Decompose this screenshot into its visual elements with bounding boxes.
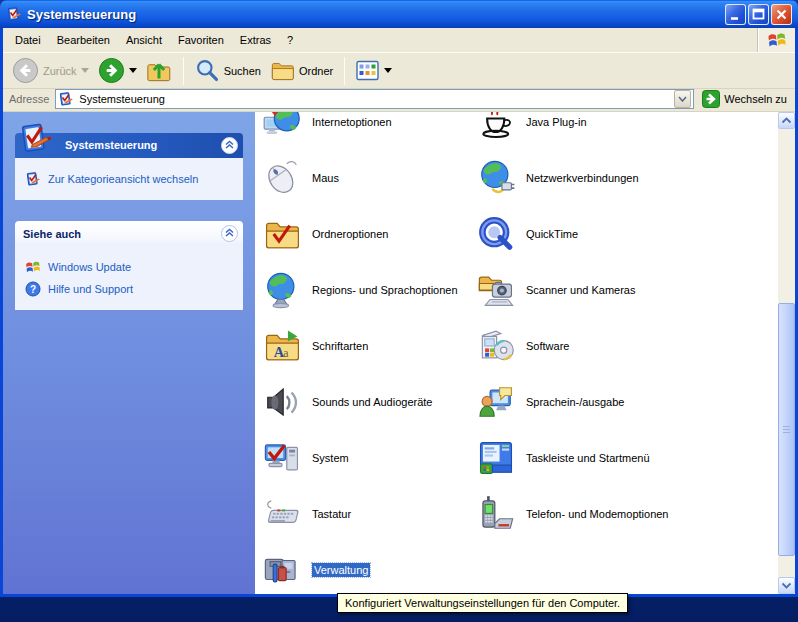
chevron-up-icon[interactable] [221,225,238,242]
scrollbar-track[interactable] [778,129,795,577]
back-button[interactable]: Zurück [9,55,92,86]
scroll-down-button[interactable] [778,577,795,594]
control-panel-item[interactable]: Scanner und Kameras [477,262,777,318]
explorer-window: Systemsteuerung Datei Bearbeiten Ansicht… [0,0,798,597]
control-panel-item[interactable]: AaSchriftarten [263,318,475,374]
address-label: Adresse [9,93,49,105]
vertical-scrollbar[interactable] [778,112,795,594]
item-label[interactable]: Telefon- und Modemoptionen [526,508,668,520]
control-panel-item[interactable]: Software [477,318,777,374]
item-label[interactable]: Netzwerkverbindungen [526,172,639,184]
up-folder-icon [146,58,172,84]
control-panel-item[interactable]: QuickTime [477,206,777,262]
svg-text:a: a [283,346,289,360]
speech-icon[interactable] [477,383,515,421]
item-label[interactable]: Software [526,340,569,352]
titlebar[interactable]: Systemsteuerung [0,0,798,28]
menu-bearbeiten[interactable]: Bearbeiten [49,31,118,49]
control-panel-item[interactable]: Netzwerkverbindungen [477,150,777,206]
item-label[interactable]: QuickTime [526,228,578,240]
menu-hilfe[interactable]: ? [279,31,301,49]
mouse-icon[interactable] [263,159,301,197]
control-panel-item[interactable]: Sounds und Audiogeräte [263,374,475,430]
task-link[interactable]: ?Hilfe und Support [25,278,237,300]
item-label[interactable]: Java Plug-in [526,116,587,128]
phone-icon[interactable] [477,495,515,533]
item-label[interactable]: Sprachein-/ausgabe [526,396,624,408]
item-label[interactable]: Internetoptionen [312,116,392,128]
system-icon[interactable] [263,439,301,477]
task-link-label[interactable]: Zur Kategorieansicht wechseln [48,173,198,185]
item-label[interactable]: Tastatur [312,508,351,520]
regional-icon[interactable] [263,271,301,309]
control-panel-item[interactable]: Regions- und Sprachoptionen [263,262,475,318]
address-dropdown-button[interactable] [674,90,691,108]
item-label[interactable]: Regions- und Sprachoptionen [312,284,458,296]
quicktime-icon[interactable] [477,215,515,253]
windows-logo [757,28,795,52]
task-pane: Systemsteuerung Zur Kategorieansicht wec… [3,112,255,594]
software-icon[interactable] [477,327,515,365]
menu-favoriten[interactable]: Favoriten [170,31,232,49]
views-dropdown-icon[interactable] [384,68,392,73]
window-title: Systemsteuerung [27,7,136,22]
java-icon[interactable] [477,112,515,141]
scanner-icon[interactable] [477,271,515,309]
task-link-label[interactable]: Windows Update [48,261,131,273]
admin-tools-icon[interactable] [263,551,301,589]
fonts-icon[interactable]: Aa [263,327,301,365]
control-panel-item[interactable]: Java Plug-in [477,112,777,150]
task-link[interactable]: Windows Update [25,256,237,278]
control-panel-item[interactable]: Ordneroptionen [263,206,475,262]
item-label[interactable]: System [312,452,349,464]
control-panel-item[interactable]: Tastatur [263,486,475,542]
item-label[interactable]: Taskleiste und Startmenü [526,452,650,464]
control-panel-item[interactable]: Telefon- und Modemoptionen [477,486,777,542]
folder-options-icon[interactable] [263,215,301,253]
folders-button[interactable]: Ordner [267,56,336,85]
address-icon [58,91,74,107]
toolbar: Zurück Suchen Ordner [3,52,795,89]
close-button[interactable] [771,4,792,25]
internet-options-icon[interactable] [263,112,301,141]
search-button[interactable]: Suchen [192,56,264,85]
keyboard-icon[interactable] [263,495,301,533]
item-label[interactable]: Maus [312,172,339,184]
tooltip: Konfiguriert Verwaltungseinstellungen fü… [337,593,628,613]
control-panel-item[interactable]: Taskleiste und Startmenü [477,430,777,486]
forward-dropdown-icon[interactable] [129,68,137,73]
svg-text:?: ? [30,284,36,295]
search-icon [195,58,220,83]
control-panel-item[interactable]: Internetoptionen [263,112,475,150]
item-label[interactable]: Verwaltung [312,563,370,577]
taskbar-icon[interactable] [477,439,515,477]
item-label[interactable]: Scanner und Kameras [526,284,635,296]
views-button[interactable] [353,58,395,84]
minimize-button[interactable] [725,4,746,25]
scroll-up-button[interactable] [778,112,795,129]
menu-ansicht[interactable]: Ansicht [118,31,170,49]
maximize-button[interactable] [748,4,769,25]
go-button[interactable]: Wechseln zu [700,89,791,109]
control-panel-item[interactable]: Maus [263,150,475,206]
up-button[interactable] [143,56,175,86]
panel-header[interactable]: Siehe auch [15,221,243,246]
control-panel-item[interactable]: System [263,430,475,486]
control-panel-item[interactable]: Verwaltung [263,542,475,594]
address-input[interactable]: Systemsteuerung [55,89,694,109]
network-icon[interactable] [477,159,515,197]
item-label[interactable]: Sounds und Audiogeräte [312,396,433,408]
forward-button[interactable] [95,55,140,86]
control-panel-item[interactable]: Sprachein-/ausgabe [477,374,777,430]
forward-icon [98,57,125,84]
sounds-icon[interactable] [263,383,301,421]
item-label[interactable]: Ordneroptionen [312,228,388,240]
item-label[interactable]: Schriftarten [312,340,368,352]
scrollbar-thumb[interactable] [778,303,795,556]
task-link-label[interactable]: Hilfe und Support [48,283,133,295]
chevron-up-icon[interactable] [221,137,238,154]
back-dropdown-icon[interactable] [81,68,89,73]
menu-extras[interactable]: Extras [232,31,279,49]
menu-datei[interactable]: Datei [7,31,49,49]
task-link[interactable]: Zur Kategorieansicht wechseln [25,168,237,190]
